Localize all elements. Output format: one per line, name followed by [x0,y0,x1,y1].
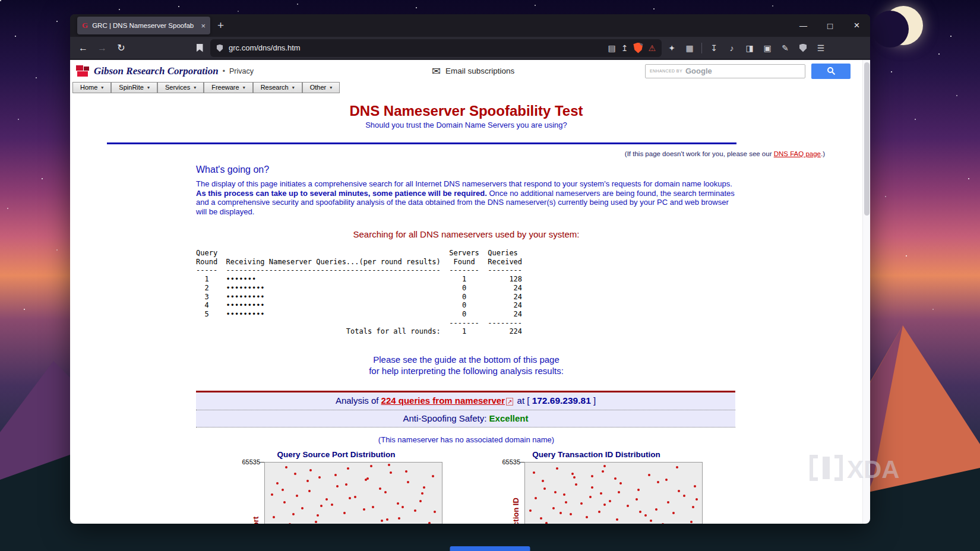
reload-button[interactable]: ↻ [113,40,129,56]
menu-button-spinrite[interactable]: SpinRite▾ [111,82,157,93]
window-controls: — □ × [790,14,870,37]
safety-value: Excellent [489,413,529,423]
brave-shields-icon[interactable]: 1 [633,43,643,53]
tab-favicon-icon: G [82,21,88,30]
grc-logo-icon[interactable] [76,65,89,77]
site-logo-text[interactable]: Gibson Research Corporation [94,65,219,77]
intro-bold: As this process can take up to several m… [196,189,487,198]
scatter-point [363,508,365,511]
menu-button-other[interactable]: Other▾ [302,82,340,93]
scatter-point [308,490,311,492]
shields-badge: 1 [640,39,647,46]
scatter-point [390,471,392,474]
faq-note-suffix: .) [821,150,825,157]
warning-icon[interactable]: ⚠ [648,43,656,53]
scatter-point [292,513,295,515]
forward-button[interactable]: → [94,40,110,56]
shield-icon[interactable] [795,40,811,56]
page-content: Gibson Research Corporation • Privacy ✉ … [70,60,862,524]
maximize-button[interactable]: □ [817,14,843,37]
scatter-point [657,481,659,483]
scatter-point [655,508,657,511]
extensions-icon[interactable]: ✦ [664,40,679,56]
query-table: Query Servers Queries Round Receiving Na… [196,249,862,336]
safety-label: Anti-Spoofing Safety: [403,413,489,423]
browser-tab[interactable]: G GRC | DNS Nameserver Spoofab × [77,17,210,34]
bookmark-icon[interactable] [191,40,208,56]
scatter-point [602,470,604,473]
search-button[interactable] [811,64,851,79]
menu-button-services[interactable]: Services▾ [157,82,204,93]
search-placeholder-prefix: ENHANCED BY [650,69,682,73]
scatter-point [354,496,356,498]
dns-faq-link[interactable]: DNS FAQ page [774,150,821,157]
scatter-point [556,467,558,470]
wallet-icon[interactable]: ▣ [760,40,775,56]
scatter-point [665,479,668,481]
scatter-point [320,505,323,507]
menu-label: Home [80,84,97,91]
y-axis-tick-label: 65535 [497,458,520,466]
close-button[interactable]: × [843,14,870,37]
toolbar-separator [701,43,702,53]
menu-button-home[interactable]: Home▾ [72,82,111,93]
menu-icon[interactable]: ☰ [813,40,829,56]
analysis-prefix: Analysis of [336,395,381,406]
search-input[interactable]: ENHANCED BY Google [645,64,805,78]
scatter-point [432,475,434,477]
site-info-icon[interactable] [217,44,223,52]
scatter-point [618,491,620,493]
site-search: ENHANCED BY Google [645,64,856,79]
edit-icon[interactable]: ✎ [777,40,793,56]
chart-source-port: Query Source Port Distribution Port 6553… [230,450,442,524]
guide-line-1: Please see the guide at the bottom of th… [70,354,862,365]
email-subscriptions-link[interactable]: ✉ Email subscriptions [432,65,514,78]
analysis-box: Analysis of 224 queries from nameserver↗… [196,391,735,428]
chevron-down-icon: ▾ [292,85,295,90]
scatter-point [554,491,557,493]
y-axis-label: Transaction ID [511,498,520,524]
share-icon[interactable]: ↥ [621,43,628,53]
scatter-point [384,491,387,493]
scatter-point [559,512,562,514]
scatter-point [379,487,381,490]
xda-watermark: XDA [807,452,902,486]
scatter-point [301,507,304,509]
scatter-point [589,496,592,498]
taskbar-indicator[interactable] [450,546,530,551]
menu-button-research[interactable]: Research▾ [253,82,302,93]
scatter-point [690,521,693,523]
new-tab-button[interactable]: + [210,19,231,32]
reader-mode-icon[interactable]: ▤ [608,43,615,53]
url-bar[interactable]: grc.com/dns/dns.htm ▤ ↥ 1 ⚠ [210,39,662,57]
cards-icon[interactable]: ▦ [682,40,697,56]
tab-close-icon[interactable]: × [201,22,206,30]
scatter-point [315,521,317,523]
moon [880,4,925,49]
privacy-link[interactable]: Privacy [229,67,254,75]
scatter-point [575,483,577,486]
back-button[interactable]: ← [75,40,91,56]
download-icon[interactable]: ↧ [706,40,722,56]
queries-link[interactable]: 224 queries from nameserver [381,395,505,406]
scatter-point [421,492,423,495]
scrollbar-thumb[interactable] [864,62,870,216]
scatter-point [343,512,346,514]
stars [0,0,1,1]
intro-part1: The display of this page initiates a com… [196,179,732,188]
scatter-point [434,511,436,513]
page-main: DNS Nameserver Spoofability Test Should … [70,103,862,524]
browser-toolbar: ← → ↻ grc.com/dns/dns.htm ▤ ↥ 1 ⚠ ✦ ▦ ↧ … [70,37,870,59]
scatter-point [334,474,337,476]
scatter-point [565,501,567,504]
y-axis-tick-mark [260,462,264,463]
scatter-point [419,500,422,502]
minimize-button[interactable]: — [790,14,817,37]
menu-button-freeware[interactable]: Freeware▾ [204,82,252,93]
sidebar-icon[interactable]: ◨ [742,40,757,56]
music-icon[interactable]: ♪ [724,40,739,56]
scatter-point [428,522,431,524]
intro-paragraph: The display of this page initiates a com… [196,179,735,216]
scatter-point [318,476,321,479]
scatter-point [386,518,388,521]
